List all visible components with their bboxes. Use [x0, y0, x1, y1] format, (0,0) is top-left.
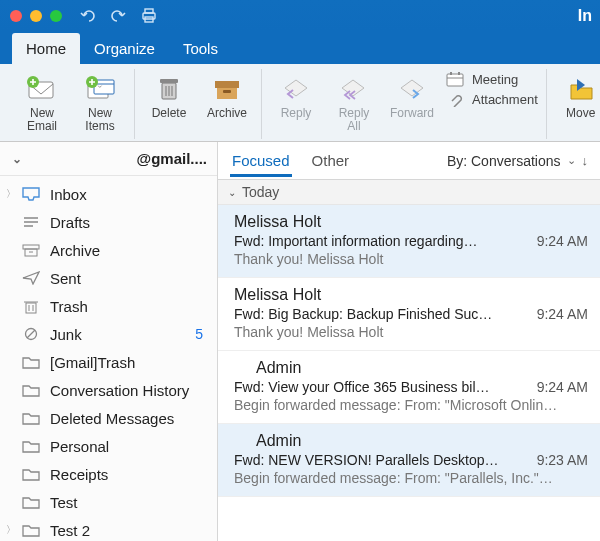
forward-icon	[397, 71, 427, 105]
attachment-button[interactable]: Attachment	[444, 91, 538, 107]
archive-icon	[22, 241, 40, 259]
svg-rect-1	[145, 9, 153, 13]
ribbon-group-new: NewEmail NewItems	[8, 69, 135, 139]
undo-icon[interactable]	[80, 9, 96, 23]
drafts-icon	[22, 213, 40, 231]
folder-archive[interactable]: Archive	[0, 236, 217, 264]
folder-icon	[22, 381, 40, 399]
folder-icon	[22, 521, 40, 539]
message-preview: Begin forwarded message: From: "Parallel…	[234, 470, 588, 486]
svg-rect-15	[217, 88, 237, 99]
message-subject: Fwd: Important information regarding…	[234, 233, 527, 249]
forward-label: Forward	[390, 107, 434, 120]
window-title: In	[578, 7, 592, 25]
folder-label: Junk	[50, 326, 82, 343]
close-window-button[interactable]	[10, 10, 22, 22]
message-subject: Fwd: NEW VERSION! Parallels Desktop…	[234, 452, 527, 468]
message-list: Melissa HoltFwd: Important information r…	[218, 205, 600, 497]
folder-label: Drafts	[50, 214, 90, 231]
folder-test[interactable]: Test	[0, 488, 217, 516]
meeting-label: Meeting	[472, 72, 518, 87]
date-group-label: Today	[242, 184, 279, 200]
folder-receipts[interactable]: Receipts	[0, 460, 217, 488]
message-sender: Admin	[234, 359, 588, 377]
folder-inbox[interactable]: 〉Inbox	[0, 180, 217, 208]
folder-label: Receipts	[50, 466, 108, 483]
svg-rect-19	[450, 72, 452, 75]
archive-icon	[212, 71, 242, 105]
redo-icon[interactable]	[110, 9, 126, 23]
message-list-pane: Focused Other By: Conversations ⌄ ↓ ⌄ To…	[218, 142, 600, 541]
folder-deleted-messages[interactable]: Deleted Messages	[0, 404, 217, 432]
message-sender: Melissa Holt	[234, 286, 588, 304]
window-controls	[10, 10, 62, 22]
message-subject: Fwd: View your Office 365 Business bil…	[234, 379, 527, 395]
move-label: Move	[566, 107, 595, 120]
folder-label: Deleted Messages	[50, 410, 174, 427]
message-item[interactable]: AdminFwd: NEW VERSION! Parallels Desktop…	[218, 424, 600, 497]
window-titlebar: In	[0, 0, 600, 32]
svg-rect-10	[160, 79, 178, 83]
reply-all-button[interactable]: ReplyAll	[328, 69, 380, 139]
tab-home[interactable]: Home	[12, 33, 80, 64]
unread-count: 5	[195, 326, 207, 342]
zoom-window-button[interactable]	[50, 10, 62, 22]
folder-trash[interactable]: Trash	[0, 292, 217, 320]
reply-button[interactable]: Reply	[270, 69, 322, 139]
svg-rect-16	[223, 90, 231, 93]
svg-rect-17	[447, 74, 463, 86]
paperclip-icon	[444, 91, 466, 107]
tab-organize[interactable]: Organize	[80, 33, 169, 64]
new-email-button[interactable]: NewEmail	[16, 69, 68, 139]
new-items-label: NewItems	[85, 107, 114, 133]
folder-sidebar: ⌄ @gmail.... 〉InboxDraftsArchiveSentTras…	[0, 142, 218, 541]
message-item[interactable]: AdminFwd: View your Office 365 Business …	[218, 351, 600, 424]
folder-junk[interactable]: Junk5	[0, 320, 217, 348]
minimize-window-button[interactable]	[30, 10, 42, 22]
archive-button[interactable]: Archive	[201, 69, 253, 139]
date-group-header[interactable]: ⌄ Today	[218, 180, 600, 205]
folder-label: [Gmail]Trash	[50, 354, 135, 371]
folder-list: 〉InboxDraftsArchiveSentTrashJunk5[Gmail]…	[0, 176, 217, 541]
folder-drafts[interactable]: Drafts	[0, 208, 217, 236]
message-preview: Begin forwarded message: From: "Microsof…	[234, 397, 588, 413]
account-header[interactable]: ⌄ @gmail....	[0, 142, 217, 176]
folder--gmail-trash[interactable]: [Gmail]Trash	[0, 348, 217, 376]
folder-conversation-history[interactable]: Conversation History	[0, 376, 217, 404]
message-sender: Admin	[234, 432, 588, 450]
delete-button[interactable]: Delete	[143, 69, 195, 139]
quick-access-toolbar	[80, 8, 158, 24]
chevron-right-icon: 〉	[6, 187, 16, 201]
chevron-right-icon: 〉	[6, 523, 16, 537]
message-time: 9:24 AM	[537, 306, 588, 322]
ribbon-group-move: Move Junk	[547, 69, 600, 139]
folder-icon	[22, 465, 40, 483]
ribbon-tabs: Home Organize Tools	[0, 32, 600, 64]
tab-focused[interactable]: Focused	[230, 144, 292, 177]
delete-label: Delete	[152, 107, 187, 120]
sort-dropdown[interactable]: By: Conversations ⌄ ↓	[447, 153, 588, 169]
folder-icon	[22, 437, 40, 455]
message-item[interactable]: Melissa HoltFwd: Important information r…	[218, 205, 600, 278]
new-items-button[interactable]: NewItems	[74, 69, 126, 139]
move-button[interactable]: Move	[555, 69, 600, 139]
message-time: 9:24 AM	[537, 379, 588, 395]
message-sender: Melissa Holt	[234, 213, 588, 231]
folder-sent[interactable]: Sent	[0, 264, 217, 292]
tab-tools[interactable]: Tools	[169, 33, 232, 64]
ribbon-group-delete: Delete Archive	[135, 69, 262, 139]
chevron-down-icon: ⌄	[228, 187, 236, 198]
archive-label: Archive	[207, 107, 247, 120]
ribbon-group-respond: Reply ReplyAll Forward Meeting Attachmen…	[262, 69, 547, 139]
chevron-down-icon: ⌄	[12, 152, 22, 166]
svg-rect-24	[23, 245, 39, 249]
print-icon[interactable]	[140, 8, 158, 24]
forward-button[interactable]: Forward	[386, 69, 438, 139]
meeting-button[interactable]: Meeting	[444, 71, 538, 87]
tab-other[interactable]: Other	[310, 144, 352, 177]
message-item[interactable]: Melissa HoltFwd: Big Backup: Backup Fini…	[218, 278, 600, 351]
folder-label: Personal	[50, 438, 109, 455]
folder-label: Inbox	[50, 186, 87, 203]
folder-test-2[interactable]: 〉Test 2	[0, 516, 217, 541]
folder-personal[interactable]: Personal	[0, 432, 217, 460]
